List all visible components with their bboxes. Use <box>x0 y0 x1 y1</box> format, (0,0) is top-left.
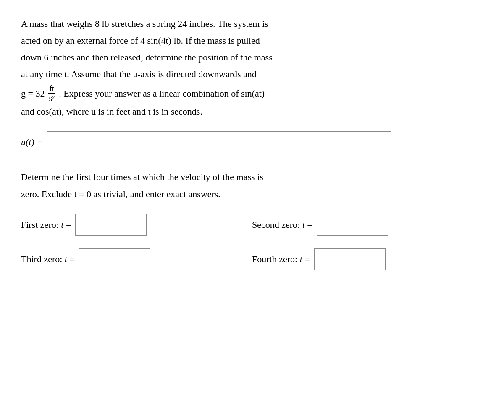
third-zero-label: Third zero: t = <box>21 254 75 265</box>
second-problem-line1: Determine the first four times at which … <box>21 170 483 184</box>
first-zero-label: First zero: t = <box>21 219 71 230</box>
second-zero-input[interactable] <box>317 214 388 236</box>
first-zero-col: First zero: t = <box>21 214 252 236</box>
problem-line1: A mass that weighs 8 lb stretches a spri… <box>21 17 483 31</box>
problem-cos-line: and cos(at), where u is in feet and t is… <box>21 104 483 119</box>
second-problem-line2: zero. Exclude t = 0 as trivial, and ente… <box>21 187 483 201</box>
first-second-zero-row: First zero: t = Second zero: t = <box>21 214 483 236</box>
third-zero-col: Third zero: t = <box>21 248 252 270</box>
second-problem-statement: Determine the first four times at which … <box>21 170 483 201</box>
problem-line4: at any time t. Assume that the u-axis is… <box>21 67 483 81</box>
g-fraction: ft s² <box>48 84 55 103</box>
g-prefix: g = 32 <box>21 86 45 101</box>
third-fourth-zero-row: Third zero: t = Fourth zero: t = <box>21 248 483 270</box>
fourth-zero-col: Fourth zero: t = <box>252 248 483 270</box>
g-denominator: s² <box>48 94 55 103</box>
ut-label: u(t) = <box>21 137 43 148</box>
third-zero-input[interactable] <box>79 248 150 270</box>
first-zero-input[interactable] <box>75 214 147 236</box>
problem-statement: A mass that weighs 8 lb stretches a spri… <box>21 17 483 119</box>
g-numerator: ft <box>48 84 55 94</box>
problem-line3: down 6 inches and then released, determi… <box>21 50 483 65</box>
second-zero-label: Second zero: t = <box>252 219 312 230</box>
ut-answer-row: u(t) = <box>21 131 483 153</box>
ut-input[interactable] <box>47 131 391 153</box>
g-suffix: . Express your answer as a linear combin… <box>59 86 265 101</box>
g-equation-line: g = 32 ft s² . Express your answer as a … <box>21 84 483 103</box>
fourth-zero-input[interactable] <box>314 248 386 270</box>
second-zero-col: Second zero: t = <box>252 214 483 236</box>
problem-line2: acted on by an external force of 4 sin(4… <box>21 34 483 48</box>
fourth-zero-label: Fourth zero: t = <box>252 254 310 265</box>
